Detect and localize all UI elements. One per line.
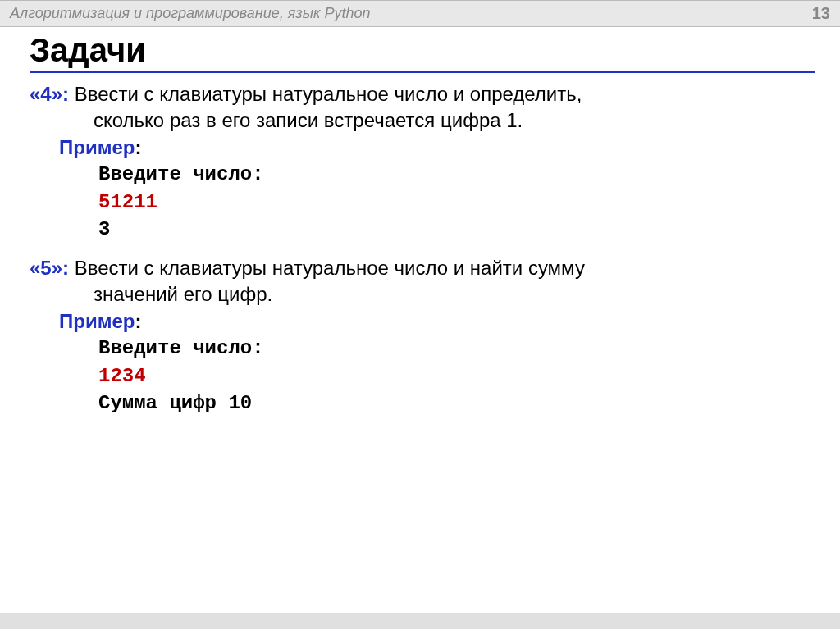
example-colon: :: [135, 310, 141, 332]
code-output: Сумма цифр 10: [98, 390, 815, 417]
grade-label: «5»:: [30, 257, 69, 279]
slide-content: Задачи «4»: Ввести с клавиатуры натураль…: [0, 27, 840, 417]
task-description: Ввести с клавиатуры натуральное число и …: [69, 83, 582, 105]
example-label: Пример: [59, 310, 135, 332]
code-output: 3: [98, 216, 815, 244]
task-description-cont: сколько раз в его записи встречается циф…: [94, 107, 815, 134]
code-input: 1234: [98, 362, 815, 390]
page-number: 13: [812, 4, 830, 23]
task-block: «5»: Ввести с клавиатуры натуральное чис…: [30, 255, 815, 417]
grade-label: «4»:: [30, 83, 69, 105]
task-description-cont: значений его цифр.: [94, 281, 815, 308]
page-title: Задачи: [30, 32, 815, 73]
code-block: Введите число: 1234 Сумма цифр 10: [98, 335, 815, 417]
task-description: Ввести с клавиатуры натуральное число и …: [69, 257, 585, 279]
header-title: Алгоритмизация и программирование, язык …: [10, 5, 370, 22]
example-label: Пример: [59, 136, 135, 158]
code-input: 51211: [98, 189, 815, 217]
code-prompt: Введите число:: [98, 161, 815, 189]
slide-footer: [0, 613, 840, 629]
task-block: «4»: Ввести с клавиатуры натуральное чис…: [30, 81, 815, 244]
code-block: Введите число: 51211 3: [98, 161, 815, 244]
example-colon: :: [135, 136, 141, 158]
code-prompt: Введите число:: [98, 335, 815, 362]
slide-header: Алгоритмизация и программирование, язык …: [0, 0, 840, 27]
